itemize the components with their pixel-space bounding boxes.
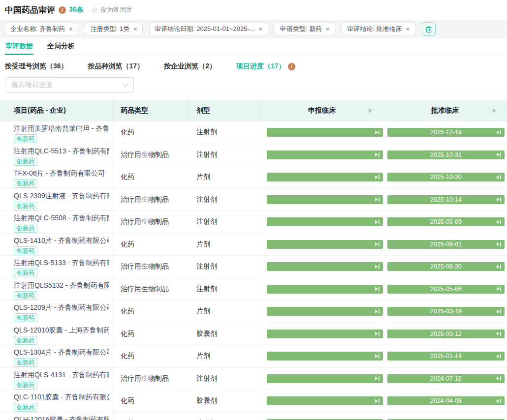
- filter-chip: 申请类型: 新药 ✕: [275, 23, 335, 35]
- declare-clinical-cell: [261, 234, 383, 256]
- project-name-link[interactable]: 注射用QLS-4131 - 齐鲁制药有限: [14, 370, 109, 380]
- declare-clinical-cell: [261, 144, 383, 166]
- approve-clinical-progress-bar[interactable]: 2025-09-01: [387, 240, 505, 249]
- main-tab[interactable]: 审评数据: [5, 38, 33, 55]
- project-name-link[interactable]: QLS-1304片 - 齐鲁制药有限公司: [14, 348, 109, 357]
- main-tabs: 审评数据 全局分析: [0, 38, 507, 55]
- drug-type-cell: 化药: [113, 390, 188, 412]
- filter-chip-label: 企业名称: 齐鲁制药: [10, 25, 65, 33]
- info-icon[interactable]: i: [59, 6, 66, 14]
- approve-clinical-progress-bar[interactable]: 2024-07-15: [387, 374, 505, 383]
- drug-type-cell: 治疗用生物制品: [113, 144, 188, 166]
- approve-clinical-progress-bar[interactable]: 2025-06-30: [387, 262, 505, 271]
- clear-filters-button[interactable]: [422, 22, 436, 36]
- declare-clinical-progress-bar[interactable]: [267, 352, 383, 360]
- declare-clinical-progress-bar[interactable]: [267, 240, 383, 249]
- table-row: QLS-1410片 - 齐鲁制药有限公司 创新药 化药 片剂 2025-09-0…: [0, 234, 507, 256]
- approve-clinical-progress-bar[interactable]: 2025-03-19: [387, 307, 505, 316]
- project-progress-table: 项目(药品 - 企业) 药品类型 剂型 申报临床 批准临床 注射用美罗培南普莱巴…: [0, 100, 507, 420]
- declare-clinical-progress-bar[interactable]: [267, 262, 383, 271]
- approve-clinical-progress-bar[interactable]: 2025-03-12: [387, 330, 505, 338]
- project-name-link[interactable]: 注射用美罗培南普莱巴坦 - 齐鲁: [14, 124, 109, 133]
- approve-clinical-progress-bar[interactable]: 2025-10-31: [387, 150, 505, 159]
- step-forward-icon: [497, 265, 502, 269]
- declare-clinical-progress-bar[interactable]: [267, 217, 383, 226]
- project-name-link[interactable]: 注射用QLS5132 - 齐鲁制药有限: [14, 281, 109, 290]
- project-name-link[interactable]: TFX-06片 - 齐鲁制药有限公司: [14, 169, 109, 178]
- innovative-drug-tag: 创新药: [14, 179, 37, 188]
- project-name-link[interactable]: QLC-1101胶囊 - 齐鲁制药有限公: [14, 392, 109, 402]
- project-name-link[interactable]: QLS-1410片 - 齐鲁制药有限公司: [14, 236, 109, 245]
- declare-clinical-progress-bar[interactable]: [267, 173, 383, 181]
- view-subtab[interactable]: 项目进度（17） i: [236, 62, 295, 71]
- title-bar: 中国药品审评 i 36条 ☆ 设为常用库: [0, 0, 507, 20]
- main-tab-label: 审评数据: [5, 42, 33, 51]
- approve-clinical-progress-bar[interactable]: 2025-12-19: [387, 128, 505, 137]
- declare-clinical-cell: [261, 390, 383, 412]
- declare-clinical-progress-bar[interactable]: [267, 396, 383, 405]
- drug-type-cell: 化药: [113, 413, 188, 420]
- view-subtab[interactable]: 按品种浏览（17） i: [88, 62, 144, 71]
- project-cell: QLS-1410片 - 齐鲁制药有限公司 创新药: [0, 234, 113, 256]
- approve-clinical-progress-bar[interactable]: 2025-09-09: [387, 217, 505, 226]
- project-cell: 注射用QLS-4131 - 齐鲁制药有限 创新药: [0, 368, 113, 390]
- approve-clinical-progress-bar[interactable]: 2025-10-14: [387, 195, 505, 204]
- project-name-link[interactable]: 注射用QLC-5508 - 齐鲁制药有限: [14, 213, 109, 223]
- project-name-link[interactable]: QLS-12010胶囊 - 上海齐鲁制药: [14, 326, 109, 335]
- table-row: 注射用美罗培南普莱巴坦 - 齐鲁 创新药 化药 注射剂 2025-12-19: [0, 121, 507, 144]
- declare-clinical-progress-bar[interactable]: [267, 128, 383, 137]
- approve-clinical-cell: 2025-10-20: [383, 166, 507, 188]
- declare-clinical-progress-bar[interactable]: [267, 330, 383, 338]
- approve-clinical-progress-bar[interactable]: 2025-10-20: [387, 173, 505, 181]
- stage-arrow-icon[interactable]: [369, 108, 372, 113]
- declare-clinical-progress-bar[interactable]: [267, 285, 383, 294]
- approve-clinical-progress-bar[interactable]: 2024-04-08: [387, 396, 505, 405]
- approve-date-label: 2025-09-01: [387, 241, 505, 248]
- declare-clinical-progress-bar[interactable]: [267, 307, 383, 316]
- approve-date-label: 2025-09-09: [387, 218, 505, 225]
- dosage-form-cell: 注射剂: [188, 368, 261, 390]
- drug-type-cell: 化药: [113, 345, 188, 367]
- set-favorite-button[interactable]: ☆ 设为常用库: [92, 5, 132, 14]
- declare-clinical-progress-bar[interactable]: [267, 150, 383, 159]
- approve-clinical-cell: 2024-04-08: [383, 390, 507, 412]
- project-name-link[interactable]: QLS-1209片 - 齐鲁制药有限公司: [14, 303, 109, 312]
- project-name-link[interactable]: 注射用QLC-5513 - 齐鲁制药有限: [14, 147, 109, 156]
- stage-arrow-icon[interactable]: [493, 108, 496, 113]
- filter-bar: 企业名称: 齐鲁制药 ✕ 注册类型: 1类 ✕ 审评结论日期: 2025-01-…: [0, 20, 507, 38]
- declare-clinical-progress-bar[interactable]: [267, 195, 383, 204]
- view-subtab[interactable]: 按受理号浏览（36） i: [5, 62, 68, 71]
- approve-clinical-cell: 2025-10-31: [383, 144, 507, 166]
- remove-filter-icon[interactable]: ✕: [405, 27, 410, 32]
- innovative-drug-tag: 创新药: [14, 313, 37, 322]
- step-forward-icon: [375, 130, 380, 135]
- approve-clinical-cell: 2025-09-09: [383, 211, 507, 233]
- dosage-form-cell: 片剂: [188, 345, 261, 367]
- drug-type-cell: 治疗用生物制品: [113, 256, 188, 278]
- remove-filter-icon[interactable]: ✕: [133, 27, 137, 32]
- approve-clinical-progress-bar[interactable]: 2025-01-14: [387, 352, 505, 360]
- declare-clinical-cell: [261, 345, 383, 367]
- approve-date-label: 2025-03-12: [387, 330, 505, 337]
- project-name-link[interactable]: QLS-2309注射液 - 齐鲁制药有限: [14, 191, 109, 201]
- remove-filter-icon[interactable]: ✕: [258, 27, 263, 32]
- approve-clinical-cell: 2025-03-19: [383, 300, 507, 323]
- max-progress-select[interactable]: 最高项目进度: [5, 77, 134, 93]
- project-name-link[interactable]: QLH-12016胶囊 - 齐鲁制药有限: [14, 415, 109, 420]
- approve-clinical-progress-bar[interactable]: 2025-05-06: [387, 285, 505, 294]
- step-forward-icon: [497, 130, 502, 135]
- project-name-link[interactable]: 注射用QLS-5133 - 齐鲁制药有限: [14, 258, 109, 268]
- declare-clinical-label: 申报临床: [308, 106, 336, 115]
- remove-filter-icon[interactable]: ✕: [68, 27, 73, 32]
- approve-clinical-cell: 2025-06-30: [383, 256, 507, 278]
- trash-icon: [425, 26, 432, 33]
- remove-filter-icon[interactable]: ✕: [325, 27, 330, 32]
- project-cell: QLS-1304片 - 齐鲁制药有限公司 创新药: [0, 345, 113, 367]
- info-icon[interactable]: i: [288, 63, 295, 70]
- main-tab[interactable]: 全局分析: [47, 38, 75, 55]
- view-subtab[interactable]: 按企业浏览（2） i: [164, 62, 216, 71]
- step-forward-icon: [497, 152, 502, 157]
- declare-clinical-progress-bar[interactable]: [267, 374, 383, 383]
- view-subtabs: 按受理号浏览（36） i 按品种浏览（17） i 按企业浏览（2） i 项目进度…: [0, 62, 507, 70]
- table-row: QLS-2309注射液 - 齐鲁制药有限 创新药 治疗用生物制品 注射剂 202…: [0, 189, 507, 211]
